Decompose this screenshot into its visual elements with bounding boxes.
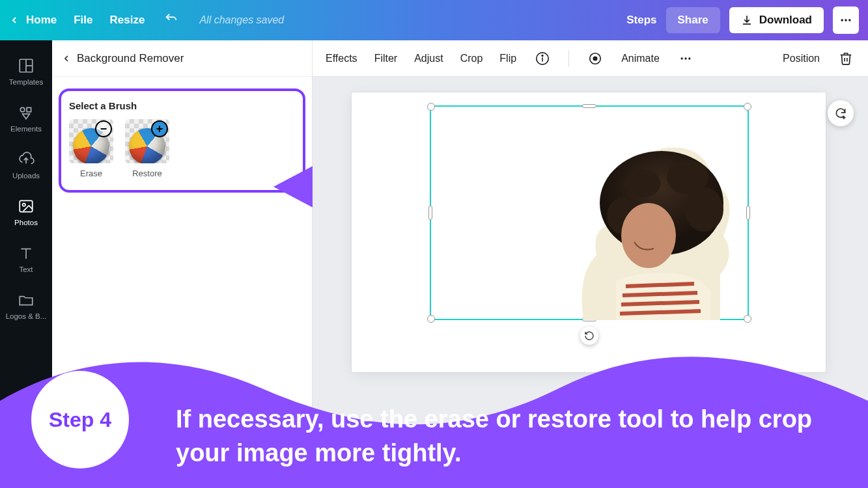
panel-title: Background Remover — [77, 52, 184, 65]
resize-handle-top-right[interactable] — [744, 103, 751, 111]
info-icon — [535, 51, 550, 66]
svg-rect-9 — [20, 200, 33, 211]
info-button[interactable] — [533, 49, 552, 68]
steps-button[interactable]: Steps — [626, 14, 656, 27]
effects-button[interactable]: Effects — [326, 53, 357, 64]
svg-line-27 — [626, 284, 694, 286]
position-button[interactable]: Position — [783, 53, 820, 64]
uploads-icon — [18, 151, 35, 168]
svg-point-18 — [680, 57, 682, 59]
refresh-plus-icon — [834, 107, 847, 120]
selection-box[interactable] — [430, 105, 749, 320]
rotate-button[interactable] — [580, 327, 598, 345]
brush-selector-card: Select a Brush − Erase + Restore — [59, 88, 305, 193]
sidebar-item-photos[interactable]: Photos — [0, 189, 52, 236]
svg-point-1 — [845, 19, 847, 21]
svg-point-24 — [684, 187, 723, 232]
svg-line-29 — [621, 302, 699, 305]
svg-marker-8 — [23, 114, 30, 119]
svg-point-10 — [23, 204, 25, 206]
save-status: All changes saved — [199, 14, 284, 26]
download-button[interactable]: Download — [729, 7, 824, 33]
design-canvas[interactable] — [352, 92, 826, 372]
svg-line-28 — [623, 293, 697, 295]
erase-thumbnail: − — [69, 119, 113, 163]
canvas-area: Effects Filter Adjust Crop Flip Animate … — [313, 40, 868, 488]
svg-point-22 — [624, 169, 660, 198]
svg-point-17 — [593, 57, 597, 61]
restore-label: Restore — [132, 169, 162, 178]
share-button[interactable]: Share — [666, 7, 720, 33]
resize-handle-right[interactable] — [746, 206, 750, 220]
three-dots-icon — [839, 14, 852, 27]
erase-brush-option[interactable]: − Erase — [69, 119, 113, 178]
svg-rect-7 — [27, 107, 31, 112]
comment-fab[interactable] — [828, 100, 854, 126]
sidebar-item-elements[interactable]: Elements — [0, 95, 52, 142]
templates-icon — [18, 57, 35, 74]
resize-handle-bottom-right[interactable] — [744, 315, 751, 323]
rotate-icon — [584, 331, 595, 341]
undo-icon — [164, 12, 178, 26]
download-icon — [741, 14, 753, 26]
restore-brush-option[interactable]: + Restore — [125, 119, 169, 178]
svg-point-2 — [848, 19, 850, 21]
top-menu-bar: Home File Resize All changes saved Steps… — [0, 0, 868, 40]
crop-button[interactable]: Crop — [460, 53, 483, 64]
text-icon — [18, 245, 35, 262]
svg-point-26 — [621, 203, 676, 268]
sidebar-item-logos[interactable]: Logos & B... — [0, 282, 52, 329]
resize-handle-left[interactable] — [428, 206, 432, 220]
chevron-left-icon — [61, 53, 72, 64]
context-toolbar: Effects Filter Adjust Crop Flip Animate … — [313, 40, 868, 77]
delete-button[interactable] — [837, 49, 855, 68]
sidebar-item-templates[interactable]: Templates — [0, 48, 52, 95]
panel-back-button[interactable]: Background Remover — [52, 40, 312, 77]
resize-handle-top-left[interactable] — [427, 103, 435, 111]
home-button[interactable]: Home — [9, 14, 57, 27]
svg-point-19 — [684, 57, 686, 59]
elements-icon — [18, 104, 35, 121]
resize-handle-top[interactable] — [582, 104, 596, 108]
filter-button[interactable]: Filter — [374, 53, 398, 64]
animate-icon-button[interactable] — [586, 49, 604, 68]
left-sidebar: Templates Elements Uploads Photos Text L… — [0, 40, 52, 488]
resize-handle-bottom-left[interactable] — [427, 315, 435, 323]
erase-label: Erase — [80, 169, 102, 178]
circle-dotted-icon — [588, 51, 602, 66]
svg-point-0 — [841, 19, 843, 21]
canvas-image — [557, 125, 740, 320]
three-dots-icon — [679, 52, 692, 65]
file-menu[interactable]: File — [74, 14, 92, 27]
plus-icon: + — [151, 120, 168, 137]
home-label: Home — [26, 14, 57, 27]
resize-menu[interactable]: Resize — [110, 14, 145, 27]
sidebar-item-text[interactable]: Text — [0, 236, 52, 282]
minus-icon: − — [95, 120, 112, 137]
svg-point-6 — [20, 107, 24, 112]
side-panel: Background Remover Select a Brush − Eras… — [52, 40, 313, 488]
chevron-left-icon — [9, 15, 20, 25]
adjust-button[interactable]: Adjust — [414, 53, 443, 64]
brush-title: Select a Brush — [69, 100, 295, 111]
restore-thumbnail: + — [125, 119, 169, 163]
svg-point-15 — [542, 55, 543, 56]
more-tools-button[interactable] — [677, 49, 695, 68]
sidebar-item-uploads[interactable]: Uploads — [0, 142, 52, 189]
animate-button[interactable]: Animate — [621, 53, 660, 64]
more-button[interactable] — [833, 7, 859, 34]
svg-line-30 — [620, 311, 701, 314]
svg-point-20 — [688, 57, 690, 59]
flip-button[interactable]: Flip — [499, 53, 516, 64]
photos-icon — [18, 198, 35, 215]
trash-icon — [839, 51, 853, 66]
folder-icon — [18, 291, 35, 308]
undo-button[interactable] — [164, 12, 178, 29]
